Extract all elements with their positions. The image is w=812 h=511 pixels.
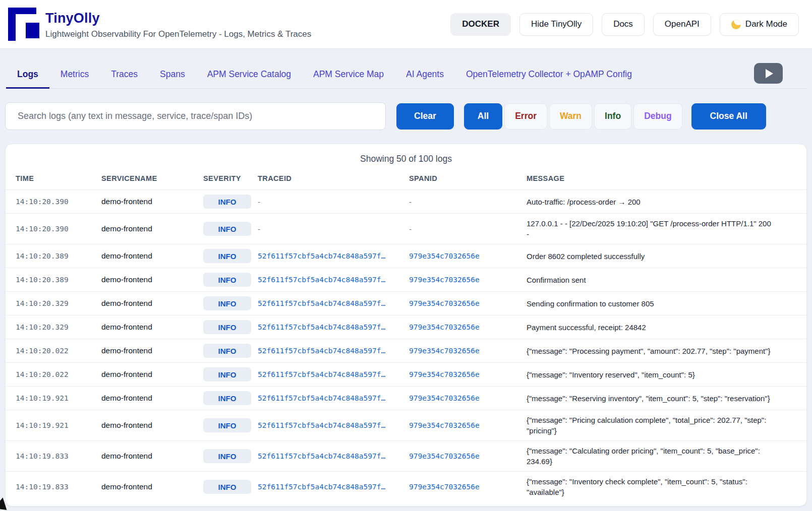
log-message: {"message": "Processing payment", "amoun… (527, 346, 773, 356)
log-severity-cell: INFO (203, 222, 258, 236)
log-servicename: demo-frontend (101, 370, 203, 379)
log-servicename: demo-frontend (101, 346, 203, 355)
log-traceid-link[interactable]: 52f611f57cbf5a4cb74c848a597f… (258, 252, 409, 260)
close-all-button[interactable]: Close All (691, 103, 766, 130)
log-traceid-link[interactable]: 52f611f57cbf5a4cb74c848a597f… (258, 421, 409, 429)
log-time: 14:10:20.022 (16, 370, 101, 378)
log-severity-cell: INFO (203, 249, 258, 263)
log-row[interactable]: 14:10:19.833demo-frontendINFO52f611f57cb… (6, 440, 806, 471)
log-servicename: demo-frontend (101, 421, 203, 430)
severity-badge: INFO (203, 480, 251, 494)
clear-button[interactable]: Clear (396, 103, 454, 130)
log-row[interactable]: 14:10:20.329demo-frontendINFO52f611f57cb… (6, 291, 806, 315)
filter-error[interactable]: Error (504, 103, 547, 130)
docker-badge-label: DOCKER (462, 19, 499, 29)
log-severity-cell: INFO (203, 480, 258, 494)
log-row[interactable]: 14:10:19.921demo-frontendINFO52f611f57cb… (6, 410, 806, 440)
log-time: 14:10:20.389 (16, 252, 101, 260)
tab-ai-agents[interactable]: AI Agents (395, 66, 455, 89)
filter-info[interactable]: Info (594, 103, 631, 130)
log-spanid-link[interactable]: 979e354c7032656e (409, 483, 527, 491)
logs-card: Showing 50 of 100 logs TIMESERVICENAMESE… (5, 144, 807, 506)
log-row[interactable]: 14:10:19.921demo-frontendINFO52f611f57cb… (6, 386, 806, 410)
log-spanid: - (409, 198, 527, 206)
table-header-row: TIMESERVICENAMESEVERITYTRACEIDSPANIDMESS… (6, 174, 806, 189)
play-icon (766, 69, 773, 78)
log-spanid-link[interactable]: 979e354c7032656e (409, 276, 527, 284)
tab-apm-service-map[interactable]: APM Service Map (302, 66, 395, 89)
filter-all[interactable]: All (464, 103, 502, 130)
tab-spans[interactable]: Spans (149, 66, 196, 89)
log-message: Sending confirmation to customer 805 (527, 298, 773, 309)
docs-button[interactable]: Docs (602, 13, 645, 36)
tab-otel-collector[interactable]: OpenTelemetry Collector + OpAMP Config (455, 66, 643, 89)
log-row[interactable]: 14:10:20.329demo-frontendINFO52f611f57cb… (6, 315, 806, 339)
tab-metrics[interactable]: Metrics (49, 66, 100, 89)
log-traceid-link[interactable]: 52f611f57cbf5a4cb74c848a597f… (258, 347, 409, 355)
tab-traces[interactable]: Traces (100, 66, 149, 89)
docker-badge[interactable]: DOCKER (450, 13, 511, 36)
tab-list: LogsMetricsTracesSpansAPM Service Catalo… (6, 66, 643, 88)
log-time: 14:10:20.389 (16, 276, 101, 284)
log-spanid-link[interactable]: 979e354c7032656e (409, 347, 527, 355)
log-message: Payment successful, receipt: 24842 (527, 322, 773, 333)
openapi-button[interactable]: OpenAPI (653, 13, 711, 36)
log-row[interactable]: 14:10:20.022demo-frontendINFO52f611f57cb… (6, 362, 806, 386)
filter-debug[interactable]: Debug (633, 103, 682, 130)
dark-mode-button[interactable]: Dark Mode (720, 13, 799, 36)
log-traceid-link[interactable]: 52f611f57cbf5a4cb74c848a597f… (258, 370, 409, 378)
tab-logs[interactable]: Logs (6, 66, 49, 89)
log-traceid-link[interactable]: 52f611f57cbf5a4cb74c848a597f… (258, 483, 409, 491)
log-time: 14:10:19.921 (16, 421, 101, 429)
column-header-severity: SEVERITY (203, 174, 258, 182)
log-servicename: demo-frontend (101, 224, 203, 233)
log-row[interactable]: 14:10:20.390demo-frontendINFO--127.0.0.1… (6, 213, 806, 244)
log-severity-cell: INFO (203, 320, 258, 334)
severity-badge: INFO (203, 222, 251, 236)
log-row[interactable]: 14:10:20.390demo-frontendINFO--Auto-traf… (6, 189, 806, 213)
severity-badge: INFO (203, 320, 251, 334)
log-time: 14:10:19.833 (16, 483, 101, 491)
log-servicename: demo-frontend (101, 394, 203, 403)
log-spanid-link[interactable]: 979e354c7032656e (409, 323, 527, 331)
log-message: Order 8602 completed successfully (527, 251, 773, 262)
log-severity-cell: INFO (203, 273, 258, 287)
column-header-spanid: SPANID (409, 174, 527, 182)
hide-tinyolly-button-label: Hide TinyOlly (531, 19, 582, 29)
severity-badge: INFO (203, 296, 251, 310)
filter-warn[interactable]: Warn (549, 103, 592, 130)
hide-tinyolly-button[interactable]: Hide TinyOlly (519, 13, 593, 36)
log-traceid-link[interactable]: 52f611f57cbf5a4cb74c848a597f… (258, 276, 409, 284)
log-severity-cell: INFO (203, 449, 258, 463)
log-servicename: demo-frontend (101, 197, 203, 206)
log-time: 14:10:20.329 (16, 299, 101, 307)
log-row[interactable]: 14:10:20.389demo-frontendINFO52f611f57cb… (6, 268, 806, 291)
log-traceid-link[interactable]: 52f611f57cbf5a4cb74c848a597f… (258, 452, 409, 460)
log-row[interactable]: 14:10:20.389demo-frontendINFO52f611f57cb… (6, 244, 806, 268)
log-row[interactable]: 14:10:19.833demo-frontendINFO52f611f57cb… (6, 471, 806, 502)
column-header-message: MESSAGE (527, 174, 773, 182)
log-traceid-link[interactable]: 52f611f57cbf5a4cb74c848a597f… (258, 394, 409, 402)
search-input[interactable] (5, 102, 386, 130)
app-subtitle: Lightweight Observability For OpenTeleme… (45, 29, 450, 39)
tab-apm-service-catalog[interactable]: APM Service Catalog (196, 66, 302, 89)
dark-mode-button-label: Dark Mode (745, 19, 787, 29)
log-spanid-link[interactable]: 979e354c7032656e (409, 252, 527, 260)
log-traceid-link[interactable]: 52f611f57cbf5a4cb74c848a597f… (258, 323, 409, 331)
log-severity-cell: INFO (203, 296, 258, 310)
log-spanid-link[interactable]: 979e354c7032656e (409, 299, 527, 307)
log-time: 14:10:20.390 (16, 198, 101, 206)
log-message: Confirmation sent (527, 275, 773, 285)
log-traceid-link[interactable]: 52f611f57cbf5a4cb74c848a597f… (258, 299, 409, 307)
severity-badge: INFO (203, 344, 251, 358)
log-row[interactable]: 14:10:20.022demo-frontendINFO52f611f57cb… (6, 339, 806, 362)
toolbar: ClearAllErrorWarnInfoDebugClose All (5, 102, 807, 130)
log-spanid-link[interactable]: 979e354c7032656e (409, 370, 527, 378)
log-message: {"message": "Inventory check complete", … (527, 476, 773, 497)
log-spanid-link[interactable]: 979e354c7032656e (409, 394, 527, 402)
play-button[interactable] (754, 63, 783, 84)
log-spanid-link[interactable]: 979e354c7032656e (409, 452, 527, 460)
severity-badge: INFO (203, 249, 251, 263)
log-severity-cell: INFO (203, 391, 258, 405)
log-spanid-link[interactable]: 979e354c7032656e (409, 421, 527, 429)
